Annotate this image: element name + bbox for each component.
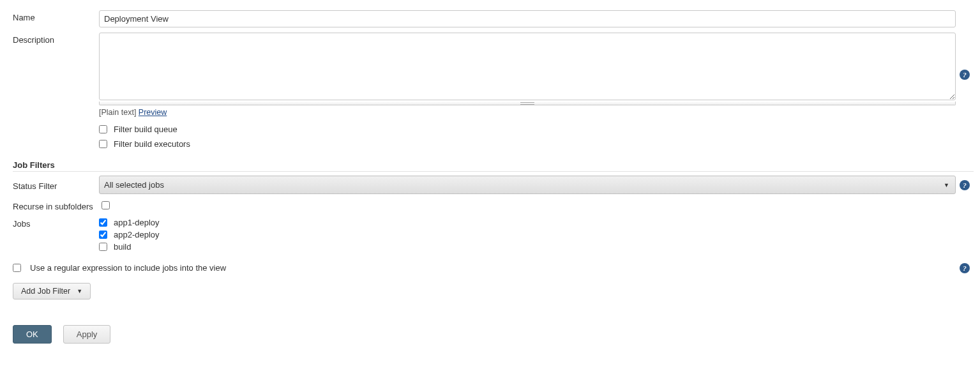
job-label: app2-deploy: [114, 230, 160, 239]
help-icon[interactable]: ?: [960, 263, 970, 273]
preview-link[interactable]: Preview: [139, 108, 167, 117]
filter-build-queue-label: Filter build queue: [114, 125, 177, 134]
job-checkbox[interactable]: [99, 231, 107, 239]
add-job-filter-label: Add Job Filter: [21, 287, 70, 296]
help-icon[interactable]: ?: [960, 70, 970, 80]
recurse-label: Recurse in subfolders: [13, 199, 99, 211]
job-label: build: [114, 242, 131, 252]
apply-button[interactable]: Apply: [63, 325, 111, 344]
chevron-down-icon: ▼: [77, 288, 82, 294]
status-filter-label: Status Filter: [13, 179, 99, 191]
ok-button[interactable]: OK: [13, 325, 52, 344]
status-filter-select[interactable]: All selected jobs: [99, 176, 956, 194]
regex-filter-checkbox[interactable]: [13, 264, 21, 272]
jobs-label: Jobs: [13, 216, 99, 229]
textarea-resize-handle[interactable]: [99, 102, 956, 105]
filter-build-executors-label: Filter build executors: [114, 139, 190, 149]
name-label: Name: [13, 10, 99, 22]
plain-text-label: [Plain text]: [99, 108, 139, 117]
add-job-filter-button[interactable]: Add Job Filter ▼: [13, 283, 91, 299]
name-input[interactable]: [99, 10, 956, 27]
job-checkbox[interactable]: [99, 243, 107, 251]
description-textarea[interactable]: [99, 33, 956, 100]
description-label: Description: [13, 33, 99, 45]
job-filters-section-header: Job Filters: [13, 156, 974, 172]
regex-filter-label: Use a regular expression to include jobs…: [30, 263, 226, 273]
filter-build-executors-checkbox[interactable]: [99, 140, 107, 148]
filter-build-queue-checkbox[interactable]: [99, 125, 107, 133]
job-label: app1-deploy: [114, 218, 160, 227]
help-icon[interactable]: ?: [960, 180, 970, 190]
job-checkbox[interactable]: [99, 218, 107, 227]
recurse-checkbox[interactable]: [102, 201, 110, 209]
